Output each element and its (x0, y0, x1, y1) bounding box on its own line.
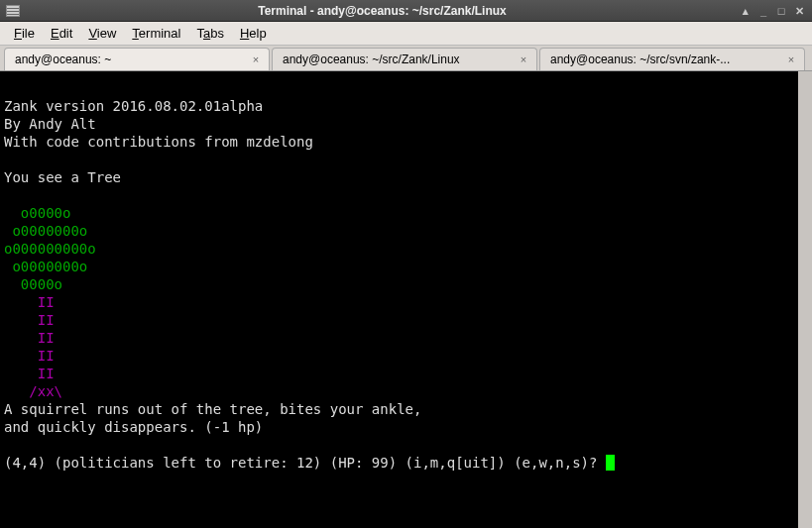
window-titlebar: Terminal - andy@oceanus: ~/src/Zank/Linu… (0, 0, 812, 22)
tab-label: andy@oceanus: ~/src/svn/zank-... (550, 53, 778, 66)
terminal-app-icon (6, 5, 20, 17)
close-icon[interactable]: × (517, 53, 530, 66)
window-title: Terminal - andy@oceanus: ~/src/Zank/Linu… (26, 4, 739, 18)
terminal-output[interactable]: Zank version 2016.08.02.01alpha By Andy … (0, 71, 812, 528)
tab-label: andy@oceanus: ~/src/Zank/Linux (283, 53, 511, 66)
shade-button[interactable]: ▴ (739, 4, 753, 18)
menu-help[interactable]: Help (232, 23, 275, 44)
menu-file[interactable]: File (6, 23, 43, 44)
tab-label: andy@oceanus: ~ (15, 53, 243, 66)
maximize-button[interactable]: □ (774, 4, 788, 18)
close-icon[interactable]: × (249, 53, 263, 66)
menu-terminal[interactable]: Terminal (124, 23, 188, 44)
terminal-tab-2[interactable]: andy@oceanus: ~/src/svn/zank-...× (539, 48, 805, 70)
menu-edit[interactable]: Edit (43, 23, 80, 44)
terminal-tab-0[interactable]: andy@oceanus: ~× (4, 48, 270, 70)
terminal-tab-1[interactable]: andy@oceanus: ~/src/Zank/Linux× (272, 48, 537, 70)
menu-view[interactable]: View (80, 23, 124, 44)
menu-tabs[interactable]: Tabs (188, 23, 231, 44)
tabbar: andy@oceanus: ~×andy@oceanus: ~/src/Zank… (0, 46, 812, 71)
minimize-button[interactable]: _ (756, 4, 770, 18)
cursor (606, 455, 615, 471)
menubar: FileEditViewTerminalTabsHelp (0, 22, 812, 46)
close-button[interactable]: ✕ (792, 4, 806, 18)
close-icon[interactable]: × (784, 53, 798, 66)
